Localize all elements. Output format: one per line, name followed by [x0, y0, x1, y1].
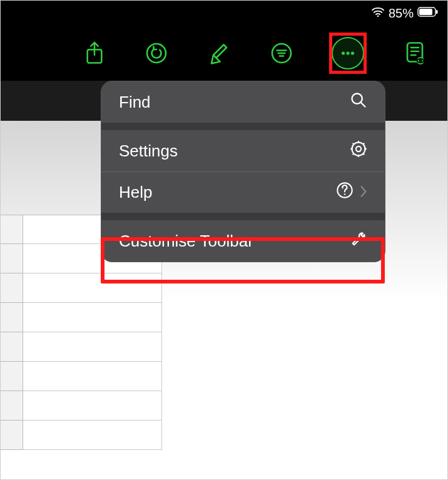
cell[interactable] [23, 391, 162, 421]
svg-rect-3 [436, 10, 438, 14]
more-button[interactable] [331, 34, 365, 72]
chevron-right-icon [360, 183, 367, 202]
cell[interactable] [23, 362, 162, 391]
battery-icon [417, 7, 439, 19]
more-menu-popover: Find Settings [101, 81, 385, 262]
search-icon [350, 91, 367, 113]
svg-point-12 [352, 52, 354, 54]
menu-item-label: Customise Toolbar [119, 232, 350, 251]
cell[interactable] [23, 421, 162, 450]
row-header[interactable] [1, 273, 23, 303]
svg-rect-2 [419, 9, 432, 15]
brush-button[interactable] [206, 39, 232, 67]
svg-point-10 [342, 52, 345, 54]
menu-item-label: Find [119, 93, 350, 112]
svg-point-5 [147, 44, 166, 63]
menu-item-label: Help [119, 183, 336, 202]
battery-percent-text: 85% [389, 6, 414, 21]
cell[interactable] [23, 303, 162, 332]
menu-item-customise-toolbar[interactable]: Customise Toolbar [101, 220, 385, 262]
share-button[interactable] [82, 39, 107, 67]
filter-button[interactable] [269, 39, 294, 67]
svg-point-32 [344, 193, 345, 195]
svg-point-22 [356, 146, 361, 151]
row-header[interactable] [1, 332, 23, 362]
menu-item-label: Settings [119, 141, 350, 161]
svg-line-28 [363, 153, 364, 155]
svg-point-0 [377, 15, 379, 17]
row-header[interactable] [1, 362, 23, 391]
status-bar: 85% [1, 1, 447, 26]
wrench-icon [350, 230, 367, 252]
undo-button[interactable] [145, 39, 170, 67]
gear-icon [350, 140, 367, 162]
cell[interactable] [23, 332, 162, 362]
svg-line-27 [353, 143, 354, 144]
reading-view-button[interactable] [402, 39, 427, 67]
row-header[interactable] [1, 215, 23, 244]
menu-separator [101, 213, 385, 220]
row-header[interactable] [1, 244, 23, 273]
menu-item-settings[interactable]: Settings [101, 130, 385, 171]
menu-item-find[interactable]: Find [101, 81, 385, 123]
row-header[interactable] [1, 303, 23, 332]
row-header[interactable] [1, 421, 23, 450]
svg-line-29 [353, 153, 354, 155]
wifi-icon [371, 6, 385, 20]
svg-line-20 [361, 102, 365, 106]
main-toolbar [1, 26, 447, 81]
menu-separator [101, 123, 385, 130]
question-icon [336, 181, 354, 203]
menu-item-help[interactable]: Help [101, 171, 385, 213]
row-header[interactable] [1, 391, 23, 421]
svg-line-30 [363, 143, 364, 144]
svg-point-11 [347, 52, 349, 54]
cell[interactable] [23, 273, 162, 303]
svg-point-18 [419, 59, 422, 63]
